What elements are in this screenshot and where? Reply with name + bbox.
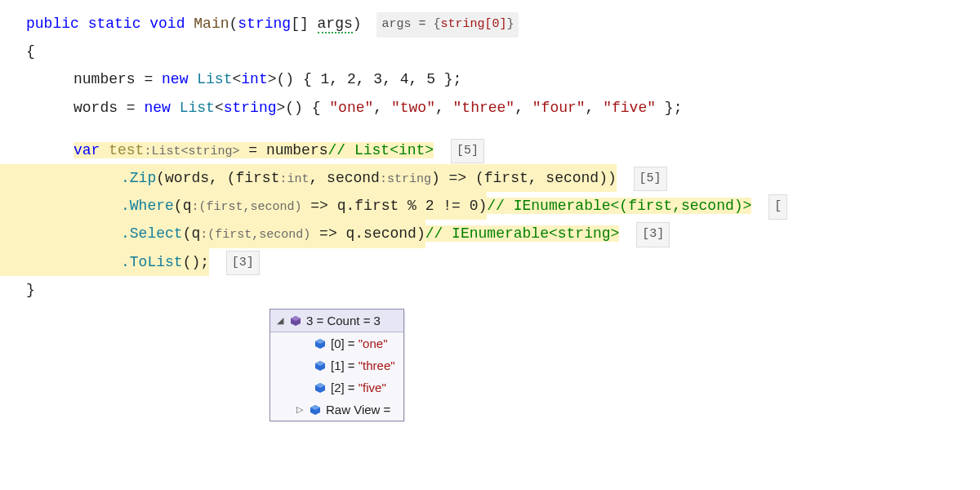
inline-comment: // IEnumerable<(first,second)> xyxy=(487,198,751,214)
inline-hint-args[interactable]: args = {string[0]} xyxy=(376,12,519,38)
method-main: Main xyxy=(194,16,229,32)
inline-comment: // List<int> xyxy=(328,142,434,158)
debug-count-badge[interactable]: [ xyxy=(768,194,787,220)
keyword-void: void xyxy=(149,16,185,32)
keyword-static: static xyxy=(88,16,141,32)
var-words: words xyxy=(74,100,118,116)
code-line-var-test: var test:List<string> = numbers// List<i… xyxy=(26,136,980,164)
code-line-signature: public static void Main(string[] args) a… xyxy=(26,10,980,38)
code-line-tolist: .ToList(); [3] xyxy=(0,248,980,276)
code-line-where: .Where(q:(first,second) => q.first % 2 !… xyxy=(0,192,980,220)
type-string: string xyxy=(238,16,291,32)
debug-count-badge[interactable]: [3] xyxy=(226,251,260,276)
brace-close: } xyxy=(26,276,980,304)
debug-count-badge[interactable]: [5] xyxy=(451,139,484,164)
type-hint-test: :List<string> xyxy=(144,145,239,158)
blank-line xyxy=(26,122,980,136)
keyword-public: public xyxy=(26,16,79,32)
var-test: test xyxy=(109,142,144,158)
debug-count-badge[interactable]: [3] xyxy=(636,222,670,247)
code-line-zip: .Zip(words, (first:int, second:string) =… xyxy=(0,164,980,192)
brace-open: { xyxy=(26,38,980,65)
inline-comment: // IEnumerable<string> xyxy=(425,225,620,242)
var-numbers: numbers xyxy=(74,71,136,87)
code-line-words: words = new List<string>() { "one", "two… xyxy=(26,94,980,122)
debug-count-badge[interactable]: [5] xyxy=(634,167,667,192)
code-line-numbers: numbers = new List<int>() { 1, 2, 3, 4, … xyxy=(26,65,980,93)
code-line-select: .Select(q:(first,second) => q.second)// … xyxy=(0,220,980,247)
param-args[interactable]: args xyxy=(318,16,353,33)
